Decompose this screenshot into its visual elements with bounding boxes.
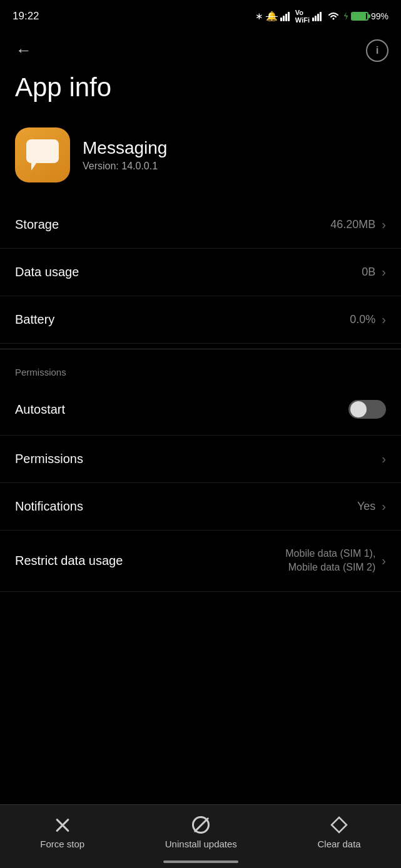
autostart-label: Autostart	[15, 402, 65, 417]
status-bar: 19:22 ∗ 🔔 VoWiFi	[0, 0, 401, 31]
charging-icon	[342, 12, 350, 21]
battery-row[interactable]: Battery 0.0% ›	[0, 296, 401, 344]
info-button[interactable]: i	[366, 39, 388, 62]
app-name: Messaging	[83, 138, 167, 158]
data-usage-chevron: ›	[382, 265, 386, 279]
status-time: 19:22	[13, 10, 39, 22]
data-usage-label: Data usage	[15, 265, 79, 279]
app-meta: Messaging Version: 14.0.0.1	[83, 138, 167, 172]
force-stop-button[interactable]: Force stop	[40, 816, 84, 849]
permissions-row[interactable]: Permissions ›	[0, 436, 401, 483]
storage-value: 46.20MB ›	[330, 217, 386, 232]
battery-label: Battery	[15, 312, 54, 327]
home-indicator	[163, 861, 238, 863]
bottom-bar: Force stop Uninstall updates Clear data	[0, 804, 401, 868]
notifications-value: Yes ›	[357, 499, 386, 514]
battery-container	[342, 12, 368, 21]
vowifi-label: VoWiFi	[295, 9, 310, 24]
svg-rect-7	[320, 12, 322, 21]
clear-data-icon	[330, 816, 348, 834]
data-usage-row[interactable]: Data usage 0B ›	[0, 249, 401, 296]
permissions-row-value: ›	[382, 452, 386, 466]
autostart-toggle[interactable]	[348, 400, 386, 419]
restrict-data-chevron: ›	[382, 552, 386, 569]
bell-muted-icon: 🔔	[266, 11, 278, 22]
svg-rect-2	[285, 14, 287, 21]
notifications-chevron: ›	[382, 499, 386, 514]
force-stop-label: Force stop	[40, 839, 84, 849]
autostart-row[interactable]: Autostart	[0, 384, 401, 436]
messaging-app-icon	[25, 139, 60, 171]
info-icon: i	[376, 44, 379, 57]
notifications-row[interactable]: Notifications Yes ›	[0, 483, 401, 531]
battery-row-value: 0.0% ›	[350, 312, 386, 327]
svg-marker-11	[332, 817, 347, 832]
svg-marker-10	[31, 163, 36, 171]
battery-percentage: 99%	[371, 11, 388, 21]
bottom-spacer	[0, 592, 401, 667]
restrict-data-row[interactable]: Restrict data usage Mobile data (SIM 1),…	[0, 531, 401, 592]
force-stop-icon	[54, 816, 71, 834]
settings-section: Storage 46.20MB › Data usage 0B › Batter…	[0, 201, 401, 344]
clear-data-label: Clear data	[317, 839, 360, 849]
battery-icon	[351, 12, 368, 21]
svg-rect-3	[288, 12, 290, 21]
uninstall-updates-button[interactable]: Uninstall updates	[165, 816, 237, 849]
autostart-toggle-container	[348, 400, 386, 419]
app-version: Version: 14.0.0.1	[83, 161, 167, 172]
svg-rect-9	[26, 139, 59, 163]
svg-rect-0	[280, 17, 282, 21]
svg-marker-8	[344, 12, 348, 21]
toggle-knob	[350, 401, 367, 417]
back-button[interactable]: ←	[13, 37, 35, 63]
status-icons: ∗ 🔔 VoWiFi	[255, 9, 388, 24]
storage-row[interactable]: Storage 46.20MB ›	[0, 201, 401, 249]
uninstall-updates-label: Uninstall updates	[165, 839, 237, 849]
svg-rect-6	[317, 14, 319, 21]
restrict-data-label: Restrict data usage	[15, 554, 123, 568]
app-header: Messaging Version: 14.0.0.1	[0, 121, 401, 201]
permissions-section-label: Permissions	[0, 354, 401, 384]
signal-icon	[280, 11, 293, 21]
permissions-label: Permissions	[15, 452, 83, 466]
uninstall-icon	[192, 816, 210, 834]
bluetooth-icon: ∗	[255, 11, 263, 22]
svg-rect-4	[312, 17, 314, 21]
wifi-icon	[327, 11, 340, 21]
svg-rect-5	[315, 16, 317, 21]
restrict-data-value: Mobile data (SIM 1),Mobile data (SIM 2) …	[285, 547, 386, 575]
permissions-chevron: ›	[382, 452, 386, 466]
signal-icon-2	[312, 11, 325, 21]
svg-rect-1	[283, 16, 285, 21]
data-usage-value: 0B ›	[362, 265, 386, 279]
top-nav: ← i	[0, 31, 401, 72]
clear-data-button[interactable]: Clear data	[317, 816, 360, 849]
storage-chevron: ›	[382, 217, 386, 232]
section-divider	[0, 349, 401, 349]
battery-chevron: ›	[382, 312, 386, 327]
storage-label: Storage	[15, 217, 59, 232]
app-icon	[15, 127, 70, 182]
page-title: App info	[0, 72, 401, 121]
notifications-label: Notifications	[15, 499, 83, 514]
